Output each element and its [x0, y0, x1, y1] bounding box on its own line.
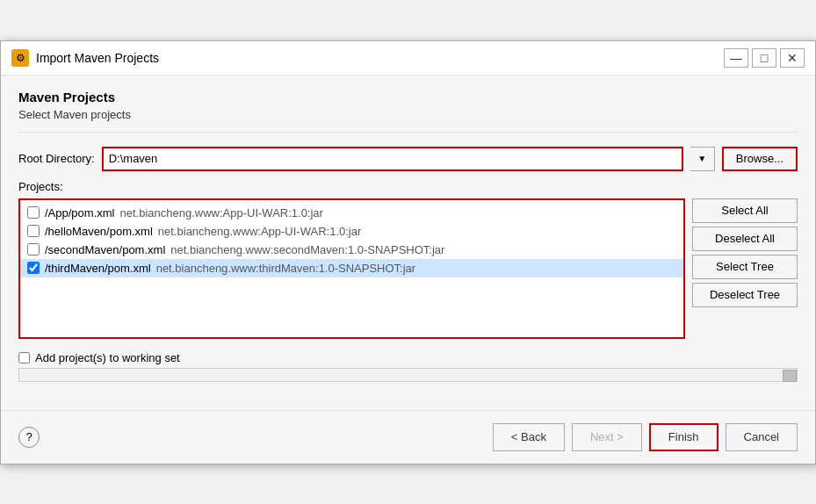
finish-button[interactable]: Finish	[649, 423, 719, 451]
select-tree-button[interactable]: Select Tree	[692, 255, 798, 279]
projects-list: /App/pom.xml net.biancheng.www:App-UI-WA…	[18, 198, 685, 339]
header-title: Maven Projects	[18, 90, 798, 104]
project-item-0: /App/pom.xml net.biancheng.www:App-UI-WA…	[20, 204, 683, 222]
dialog-footer: ? < Back Next > Finish Cancel	[1, 410, 815, 464]
project-path-2: /secondMaven/pom.xml	[45, 243, 165, 256]
project-artifact-0: net.biancheng.www:App-UI-WAR:1.0:jar	[119, 206, 322, 220]
project-item-1: /helloMaven/pom.xml net.biancheng.www:Ap…	[20, 222, 683, 241]
project-artifact-2: net.biancheng.www:secondMaven:1.0-SNAPSH…	[170, 243, 444, 256]
project-path-0: /App/pom.xml	[45, 206, 114, 220]
project-checkbox-0[interactable]	[27, 206, 40, 219]
side-buttons: Select All Deselect All Select Tree Dese…	[692, 198, 798, 339]
deselect-all-button[interactable]: Deselect All	[692, 227, 798, 251]
dialog-content: Maven Projects Select Maven projects Roo…	[1, 76, 815, 396]
working-set-label: Add project(s) to working set	[35, 351, 180, 364]
import-maven-dialog: ⚙ Import Maven Projects — □ ✕ Maven Proj…	[0, 40, 816, 464]
working-set-row: Add project(s) to working set	[18, 351, 798, 364]
project-checkbox-2[interactable]	[27, 243, 40, 256]
help-button[interactable]: ?	[18, 427, 40, 448]
root-directory-row: Root Directory: ▼ Browse...	[18, 147, 798, 171]
minimize-button[interactable]: —	[724, 48, 748, 68]
project-artifact-1: net.biancheng.www:App-UI-WAR:1.0:jar	[158, 225, 361, 238]
projects-area: /App/pom.xml net.biancheng.www:App-UI-WA…	[18, 198, 798, 339]
project-item-3: /thirdMaven/pom.xml net.biancheng.www:th…	[20, 259, 683, 277]
project-checkbox-3[interactable]	[27, 262, 40, 274]
project-path-1: /helloMaven/pom.xml	[45, 225, 153, 238]
scrollbar-thumb[interactable]	[783, 370, 797, 382]
title-bar-left: ⚙ Import Maven Projects	[11, 49, 159, 67]
header-subtitle: Select Maven projects	[18, 108, 798, 121]
project-item-2: /secondMaven/pom.xml net.biancheng.www:s…	[20, 241, 683, 259]
select-all-button[interactable]: Select All	[692, 198, 798, 223]
title-bar: ⚙ Import Maven Projects — □ ✕	[1, 41, 815, 76]
footer-left: ?	[18, 427, 40, 448]
close-button[interactable]: ✕	[780, 48, 805, 68]
project-path-3: /thirdMaven/pom.xml	[45, 262, 151, 275]
dropdown-arrow-icon[interactable]: ▼	[690, 147, 715, 171]
working-set-checkbox[interactable]	[18, 352, 30, 364]
root-directory-label: Root Directory:	[18, 152, 95, 165]
dialog-title: Import Maven Projects	[36, 51, 159, 65]
back-button[interactable]: < Back	[493, 423, 565, 451]
restore-button[interactable]: □	[752, 48, 776, 68]
project-artifact-3: net.biancheng.www:thirdMaven:1.0-SNAPSHO…	[156, 262, 416, 275]
footer-buttons: < Back Next > Finish Cancel	[493, 423, 798, 451]
projects-label: Projects:	[18, 180, 798, 193]
project-checkbox-1[interactable]	[27, 225, 40, 237]
deselect-tree-button[interactable]: Deselect Tree	[692, 283, 798, 307]
working-set-input-area	[18, 368, 798, 382]
browse-button[interactable]: Browse...	[722, 147, 798, 171]
next-button[interactable]: Next >	[572, 423, 642, 451]
header-section: Maven Projects Select Maven projects	[18, 90, 798, 133]
title-controls: — □ ✕	[724, 48, 805, 68]
cancel-button[interactable]: Cancel	[726, 423, 798, 451]
dialog-icon: ⚙	[11, 49, 29, 67]
root-directory-input[interactable]	[102, 147, 683, 171]
